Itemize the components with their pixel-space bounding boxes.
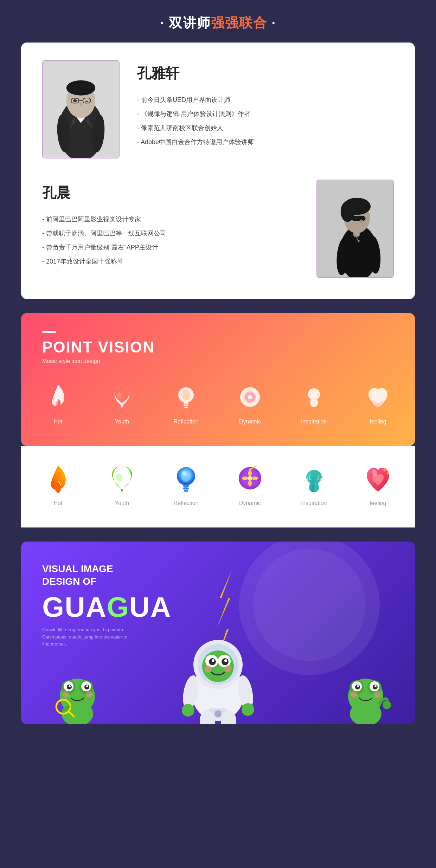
icon-item-youth-white: Youth (106, 382, 138, 425)
gg-gua1: GUA (42, 591, 107, 623)
icon-item-reflection-color: Reflection (170, 464, 202, 506)
page-title: · 双讲师强强联合 · (7, 14, 429, 32)
svg-point-104 (370, 681, 379, 691)
point-vision-section: POINT VISION Music style icon design Hot (21, 313, 415, 446)
svg-point-101 (350, 680, 364, 694)
icon-item-youth-color: Youth (106, 464, 138, 506)
svg-point-109 (351, 691, 357, 698)
guagua-section: VISUAL IMAGE DESIGN OF GUAGUA Quack, lit… (21, 542, 415, 724)
svg-point-71 (212, 659, 214, 662)
dynamic-white-label: Dynamic (239, 419, 261, 425)
speaker-2-name: 孔晨 (42, 183, 299, 202)
inspiration-color-icon (298, 464, 330, 495)
svg-rect-42 (183, 485, 189, 487)
svg-rect-44 (184, 490, 188, 492)
svg-point-82 (221, 710, 236, 724)
gg-description: Quack, little frog, round eyes, big mout… (42, 626, 134, 648)
speaker-1-desc: - 前今日头条UED用户界面设计师 - 《规律与逻辑·用户体验设计法则》作者 -… (137, 93, 394, 148)
speaker-1-section: 孔雅轩 - 前今日头条UED用户界面设计师 - 《规律与逻辑·用户体验设计法则》… (42, 60, 394, 158)
hot-color-label: Hot (54, 500, 63, 506)
svg-point-66 (202, 650, 234, 682)
icon-item-inspiration-white: inspiration (298, 382, 330, 425)
youth-color-label: Youth (115, 500, 129, 506)
svg-point-72 (224, 659, 227, 662)
svg-rect-32 (184, 402, 188, 404)
youth-color-icon (106, 464, 138, 495)
pv-subtitle: Music style icon design (42, 358, 394, 364)
speakers-card: 孔雅轩 - 前今日头条UED用户界面设计师 - 《规律与逻辑·用户体验设计法则》… (21, 43, 415, 299)
header-section: · 双讲师强强联合 · (0, 0, 436, 43)
svg-point-106 (373, 685, 378, 689)
icon-item-reflection-white: Reflection (170, 382, 202, 425)
speaker-1-photo (42, 60, 120, 158)
gg-main-title: GUAGUA (42, 592, 394, 623)
svg-point-79 (182, 704, 194, 717)
svg-point-68 (218, 655, 231, 667)
youth-white-icon (106, 382, 138, 414)
speaker-2-photo (316, 180, 394, 278)
svg-point-92 (69, 685, 71, 687)
svg-point-69 (209, 658, 216, 665)
svg-point-38 (248, 395, 252, 399)
hot-white-label: Hot (54, 419, 63, 425)
title-prefix: · 双讲师 (160, 15, 211, 30)
svg-line-99 (63, 707, 69, 710)
icon-item-hot-white: Hot (42, 382, 74, 425)
svg-rect-24 (352, 216, 365, 221)
svg-point-100 (348, 679, 383, 714)
svg-point-65 (198, 644, 238, 685)
svg-point-12 (80, 103, 82, 106)
svg-point-91 (84, 685, 89, 689)
svg-point-78 (236, 674, 256, 711)
svg-rect-34 (184, 407, 188, 408)
svg-point-112 (383, 701, 391, 709)
svg-point-63 (192, 665, 244, 721)
svg-point-86 (62, 680, 76, 694)
svg-point-51 (248, 480, 252, 486)
svg-point-81 (200, 710, 215, 724)
svg-point-93 (86, 685, 88, 687)
speaker-2-section: 孔晨 - 前阿里巴巴阿里影业视觉设计专家 - 曾就职于滴滴、阿里巴巴等一线互联网… (42, 180, 394, 278)
svg-point-27 (358, 240, 360, 242)
inspiration-color-label: inspiration (301, 500, 327, 506)
svg-rect-75 (207, 708, 229, 719)
feeling-white-label: feeling (370, 419, 386, 425)
svg-point-67 (205, 655, 218, 667)
icon-item-dynamic-white: Dynamic (234, 382, 266, 425)
svg-point-76 (214, 710, 222, 717)
speaker-1-image (43, 61, 119, 158)
icon-item-dynamic-color: Dynamic (234, 464, 266, 506)
gg-visual-image: VISUAL IMAGE (42, 563, 113, 574)
svg-point-96 (62, 701, 93, 724)
speaker-2-info: 孔晨 - 前阿里巴巴阿里影业视觉设计专家 - 曾就职于滴滴、阿里巴巴等一线互联网… (42, 180, 299, 269)
reflection-color-icon (170, 464, 202, 495)
dynamic-color-label: Dynamic (239, 500, 261, 506)
svg-point-30 (116, 391, 123, 399)
feeling-white-icon (362, 382, 394, 414)
svg-point-73 (205, 665, 212, 672)
reflection-color-label: Reflection (173, 500, 198, 506)
icon-item-feeling-color: feeling (362, 464, 394, 506)
svg-point-95 (86, 691, 92, 698)
pv-title: POINT VISION (42, 338, 394, 356)
hot-white-icon (42, 382, 74, 414)
svg-point-53 (252, 477, 258, 480)
icon-item-inspiration-color: inspiration (298, 464, 330, 506)
colorful-icons-row: Hot Youth (42, 464, 394, 506)
inspiration-white-icon (298, 382, 330, 414)
svg-point-108 (374, 685, 377, 687)
speaker-1-info: 孔雅轩 - 前今日头条UED用户界面设计师 - 《规律与逻辑·用户体验设计法则》… (137, 60, 394, 150)
svg-point-59 (383, 468, 387, 472)
svg-point-87 (79, 680, 93, 694)
svg-point-107 (357, 685, 359, 687)
dynamic-color-icon (234, 464, 266, 495)
icon-item-hot-color: Hot (42, 464, 74, 506)
svg-point-89 (81, 681, 91, 691)
svg-point-85 (60, 679, 95, 714)
reflection-white-icon (170, 382, 202, 414)
reflection-white-label: Reflection (173, 419, 198, 425)
svg-point-110 (374, 691, 380, 698)
svg-point-97 (56, 700, 70, 714)
svg-point-111 (350, 701, 382, 724)
svg-point-105 (355, 685, 360, 689)
